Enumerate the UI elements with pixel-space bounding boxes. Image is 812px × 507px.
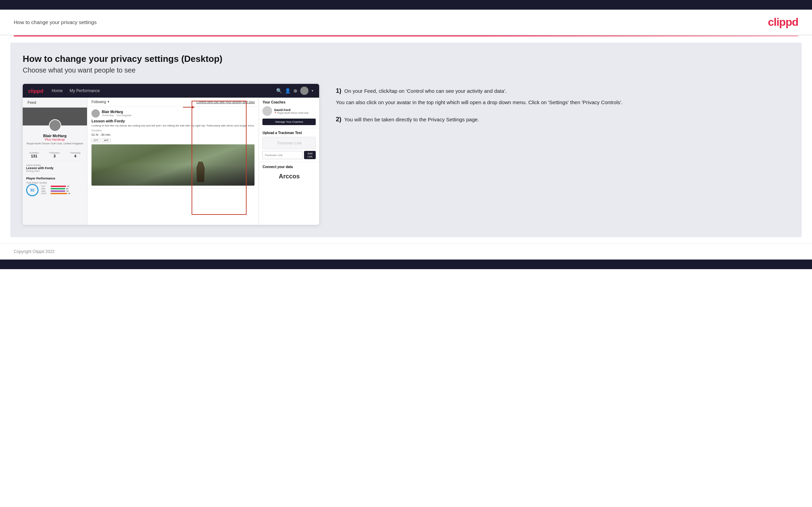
step1-text: On your Feed, click/tap on 'Control who … <box>343 88 507 94</box>
app-nav: clippd Home My Performance 🔍 👤 ⊕ ▼ <box>23 84 319 98</box>
feed-tab[interactable]: Feed <box>23 98 87 108</box>
post-author-name: Blair McHarg <box>102 110 131 114</box>
trackman-placeholder: Trackman Link <box>262 137 316 149</box>
top-bar <box>0 0 812 10</box>
post-tags: 01 hr : 30 min <box>91 133 255 136</box>
arccos-logo: Arccos <box>262 170 316 183</box>
header: How to change your privacy settings clip… <box>0 10 812 35</box>
profile-banner <box>23 108 87 125</box>
stat-following: Following 4 <box>70 152 80 158</box>
post-duration-label: Duration <box>91 129 255 132</box>
post-meta: Yesterday · Sunningdale <box>102 114 131 117</box>
profile-subtitle: Plus Handicap <box>26 138 84 141</box>
coach-name: David Ford <box>274 108 308 112</box>
coaches-title: Your Coaches <box>262 100 316 104</box>
duration-value: 01 hr : 30 min <box>91 133 110 136</box>
following-button[interactable]: Following ▼ <box>91 100 110 104</box>
page-subtitle: Choose what you want people to see <box>23 66 789 74</box>
trackman-input[interactable] <box>262 151 303 159</box>
post-card: Blair McHarg Yesterday · Sunningdale Les… <box>87 107 259 189</box>
stat-activities: Activities 131 <box>29 152 39 158</box>
manage-coaches-button[interactable]: Manage Your Coaches <box>262 119 316 125</box>
trackman-input-row: Add Link <box>262 151 316 159</box>
header-divider <box>14 35 798 36</box>
app-screenshot: clippd Home My Performance 🔍 👤 ⊕ ▼ <box>23 84 319 225</box>
coaches-section: Your Coaches David Ford 📍 Royal North De… <box>259 98 319 128</box>
quality-bar-row: OTT90 <box>41 185 84 187</box>
post-header: Blair McHarg Yesterday · Sunningdale <box>91 109 255 118</box>
coach-club: 📍 Royal North Devon Golf Club <box>274 112 308 114</box>
following-bar: Following ▼ Control who can see your act… <box>87 98 259 107</box>
search-icon[interactable]: 🔍 <box>276 88 282 93</box>
latest-activity: Latest Activity Lesson with Fordy 03 Aug… <box>23 162 87 174</box>
profile-club: Royal North Devon Golf Club, United King… <box>26 142 84 145</box>
tag-ott: OTT <box>91 139 100 142</box>
chevron-down-icon[interactable]: ▼ <box>311 89 314 92</box>
post-image-overlay <box>91 165 255 186</box>
step1-extra: You can also click on your avatar in the… <box>336 99 789 107</box>
footer: Copyright Clippd 2022 <box>0 243 812 260</box>
person-icon[interactable]: 👤 <box>285 88 291 93</box>
trackman-section: Upload a Trackman Test Trackman Link Add… <box>259 128 319 162</box>
logo: clippd <box>768 16 798 29</box>
post-image <box>91 144 255 186</box>
quality-score: 92 <box>26 184 39 196</box>
app-logo: clippd <box>28 88 43 94</box>
coach-avatar <box>262 106 272 116</box>
post-author-info: Blair McHarg Yesterday · Sunningdale <box>102 110 131 117</box>
bottom-bar <box>0 260 812 269</box>
connect-data-section: Connect your data Arccos <box>259 162 319 186</box>
profile-avatar <box>49 119 61 132</box>
page-title: How to change your privacy settings (Des… <box>23 54 789 64</box>
instruction-step2: 2) You will then be taken directly to th… <box>336 116 789 124</box>
step2-number: 2) <box>336 116 341 123</box>
breadcrumb: How to change your privacy settings <box>14 19 97 25</box>
plus-icon[interactable]: ⊕ <box>293 88 297 93</box>
player-performance: Player Performance Total Player Quality … <box>23 174 87 198</box>
user-avatar[interactable] <box>300 87 308 95</box>
stat-followers: Followers 3 <box>50 152 60 158</box>
quality-bar-row: ARG86 <box>41 190 84 192</box>
app-nav-links: Home My Performance <box>52 88 268 93</box>
coach-row: David Ford 📍 Royal North Devon Golf Club <box>262 106 316 116</box>
instructions-panel: 1) On your Feed, click/tap on 'Control w… <box>330 84 789 133</box>
post-description: Looking to feel like my hands are exitin… <box>91 124 255 128</box>
quality-bar-row: PUTT96 <box>41 192 84 195</box>
screenshot-wrapper: clippd Home My Performance 🔍 👤 ⊕ ▼ <box>23 84 319 225</box>
profile-stats: Activities 131 Followers 3 Following 4 <box>23 149 87 161</box>
control-privacy-link[interactable]: Control who can see your activity and da… <box>196 100 255 104</box>
content-columns: clippd Home My Performance 🔍 👤 ⊕ ▼ <box>23 84 789 225</box>
trackman-title: Upload a Trackman Test <box>262 131 316 135</box>
instruction-step1: 1) On your Feed, click/tap on 'Control w… <box>336 87 789 106</box>
copyright: Copyright Clippd 2022 <box>14 249 55 254</box>
app-body: Feed Blair McHarg Plus Handicap Royal No… <box>23 98 319 225</box>
post-tag-list: OTT APP <box>91 139 255 142</box>
nav-my-performance[interactable]: My Performance <box>69 88 100 93</box>
app-right-panel: Your Coaches David Ford 📍 Royal North De… <box>259 98 319 225</box>
nav-home[interactable]: Home <box>52 88 63 93</box>
main-content: How to change your privacy settings (Des… <box>10 43 802 237</box>
add-link-button[interactable]: Add Link <box>304 151 316 159</box>
app-sidebar: Feed Blair McHarg Plus Handicap Royal No… <box>23 98 87 225</box>
chevron-icon: ▼ <box>107 100 110 103</box>
quality-bar-row: APP85 <box>41 188 84 190</box>
app-feed: Following ▼ Control who can see your act… <box>87 98 259 225</box>
tag-app: APP <box>102 139 111 142</box>
profile-name: Blair McHarg <box>26 134 84 138</box>
connect-title: Connect your data <box>262 165 316 169</box>
step2-text: You will then be taken directly to the P… <box>343 117 479 122</box>
app-nav-icons: 🔍 👤 ⊕ ▼ <box>276 87 314 95</box>
coach-info: David Ford 📍 Royal North Devon Golf Club <box>274 108 308 114</box>
post-title: Lesson with Fordy <box>91 119 255 123</box>
quality-row: 92 OTT90APP85ARG86PUTT96 <box>26 184 84 196</box>
step1-number: 1) <box>336 87 341 94</box>
post-author-avatar <box>91 109 100 118</box>
quality-bars: OTT90APP85ARG86PUTT96 <box>41 185 84 195</box>
